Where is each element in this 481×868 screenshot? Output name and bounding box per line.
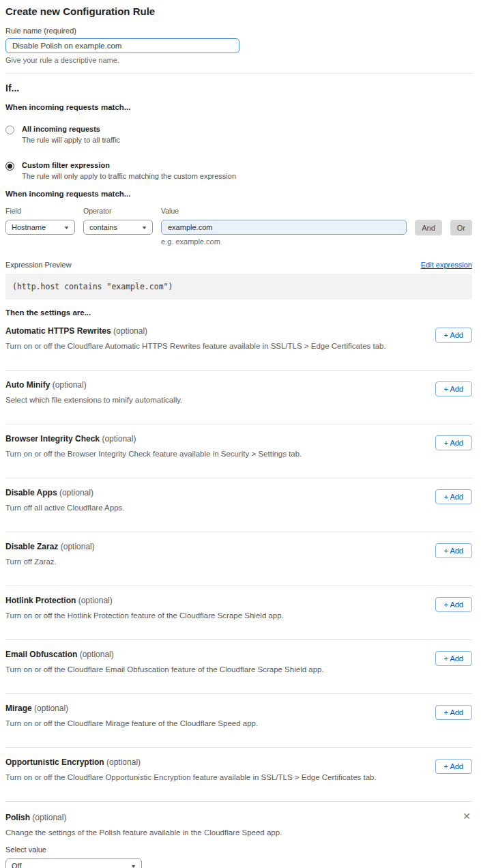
add-button[interactable]: + Add [435, 651, 472, 666]
setting-name: Browser Integrity Check [5, 434, 100, 444]
field-label: Field [5, 207, 75, 215]
optional-tag: (optional) [78, 596, 113, 605]
field-select[interactable]: Hostname ▼ [5, 220, 75, 235]
setting-description: Turn on or off the Hotlink Protection fe… [5, 611, 284, 620]
page-title: Create new Configuration Rule [5, 5, 472, 17]
add-button[interactable]: + Add [435, 597, 472, 612]
radio-option-label: All incoming requests [22, 125, 120, 133]
setting-description: Turn on or off the Cloudflare Mirage fea… [5, 719, 258, 727]
setting-name: Disable Apps [5, 488, 57, 497]
or-button[interactable]: Or [450, 220, 472, 235]
optional-tag: (optional) [80, 650, 114, 659]
setting-name: Mirage [5, 704, 32, 713]
radio-option-label: Custom filter expression [22, 161, 236, 169]
radio-option-description: The rule will apply to all traffic [22, 136, 120, 144]
if-heading: If... [5, 83, 472, 93]
chevron-down-icon: ▼ [130, 864, 136, 868]
expression-preview-code: (http.host contains "example.com") [5, 274, 472, 300]
setting-disable-zaraz: Disable Zaraz (optional) Turn off Zaraz.… [5, 532, 472, 586]
optional-tag: (optional) [61, 542, 95, 551]
setting-browser-integrity-check: Browser Integrity Check (optional) Turn … [5, 424, 472, 478]
setting-description: Turn on or off the Cloudflare Email Obfu… [5, 665, 324, 674]
optional-tag: (optional) [102, 434, 136, 444]
setting-description: Turn off all active Cloudflare Apps. [5, 504, 125, 512]
setting-description: Select which file extensions to minify a… [5, 396, 182, 404]
radio-option-custom-filter[interactable]: Custom filter expression The rule will o… [5, 161, 472, 180]
value-input[interactable] [161, 220, 407, 235]
setting-name: Automatic HTTPS Rewrites [5, 326, 111, 336]
then-settings-heading: Then the settings are... [5, 308, 472, 317]
optional-tag: (optional) [34, 704, 68, 713]
add-button[interactable]: + Add [435, 705, 472, 720]
rule-name-input[interactable] [5, 38, 239, 53]
setting-description: Turn off Zaraz. [5, 558, 95, 566]
setting-mirage: Mirage (optional) Turn on or off the Clo… [5, 694, 472, 748]
select-value-label: Select value [5, 845, 472, 854]
setting-name: Email Obfuscation [5, 650, 77, 659]
polish-value-select[interactable]: Off ▼ [5, 858, 142, 868]
operator-select-value: contains [89, 223, 117, 231]
setting-description: Turn on or off the Cloudflare Opportunis… [5, 773, 377, 781]
setting-auto-minify: Auto Minify (optional) Select which file… [5, 371, 472, 424]
setting-description: Change the settings of the Polish featur… [5, 828, 472, 837]
field-select-value: Hostname [12, 223, 46, 231]
configuration-rule-form: Create new Configuration Rule Rule name … [0, 0, 481, 868]
expression-builder-heading: When incoming requests match... [5, 190, 472, 198]
operator-label: Operator [83, 207, 153, 215]
rule-name-hint: Give your rule a descriptive name. [5, 56, 472, 64]
polish-select-value: Off [12, 862, 21, 868]
add-button[interactable]: + Add [435, 328, 472, 343]
optional-tag: (optional) [53, 380, 87, 390]
radio-option-all-incoming[interactable]: All incoming requests The rule will appl… [5, 125, 472, 144]
chevron-down-icon: ▼ [63, 225, 70, 230]
radio-unselected-icon[interactable] [5, 126, 14, 134]
optional-tag: (optional) [113, 326, 147, 336]
setting-polish-expanded: ✕ Polish (optional) Change the settings … [5, 802, 472, 868]
value-label: Value [161, 207, 407, 215]
add-button[interactable]: + Add [435, 381, 472, 396]
add-button[interactable]: + Add [435, 489, 472, 504]
setting-automatic-https-rewrites: Automatic HTTPS Rewrites (optional) Turn… [5, 317, 472, 371]
rule-name-label: Rule name (required) [5, 27, 472, 35]
add-button[interactable]: + Add [435, 759, 472, 774]
and-button[interactable]: And [415, 220, 442, 235]
operator-select[interactable]: contains ▼ [83, 220, 153, 235]
incoming-match-label: When incoming requests match... [5, 103, 472, 111]
setting-disable-apps: Disable Apps (optional) Turn off all act… [5, 478, 472, 532]
value-hint: e.g. example.com [161, 237, 407, 246]
optional-tag: (optional) [32, 813, 66, 822]
setting-name: Disable Zaraz [5, 542, 58, 551]
radio-option-description: The rule will only apply to traffic matc… [22, 172, 236, 180]
radio-selected-icon[interactable] [5, 162, 14, 171]
expression-preview-header: Expression Preview Edit expression [5, 261, 472, 269]
section-divider [5, 73, 472, 74]
setting-name: Opportunistic Encryption [5, 757, 104, 767]
setting-email-obfuscation: Email Obfuscation (optional) Turn on or … [5, 640, 472, 694]
add-button[interactable]: + Add [435, 435, 472, 450]
setting-name: Polish [5, 813, 30, 822]
add-button[interactable]: + Add [435, 543, 472, 558]
expression-builder-row: Field Hostname ▼ Operator contains ▼ Val… [5, 207, 472, 246]
setting-name: Hotlink Protection [5, 596, 76, 605]
edit-expression-link[interactable]: Edit expression [421, 261, 472, 269]
expression-preview-label: Expression Preview [5, 261, 72, 269]
setting-description: Turn on or off the Cloudflare Automatic … [5, 342, 386, 350]
setting-description: Turn on or off the Browser Integrity Che… [5, 450, 302, 458]
optional-tag: (optional) [59, 488, 93, 497]
setting-hotlink-protection: Hotlink Protection (optional) Turn on or… [5, 586, 472, 640]
setting-opportunistic-encryption: Opportunistic Encryption (optional) Turn… [5, 748, 472, 802]
setting-name: Auto Minify [5, 380, 50, 390]
optional-tag: (optional) [106, 757, 141, 767]
close-icon[interactable]: ✕ [463, 811, 471, 821]
chevron-down-icon: ▼ [141, 225, 147, 230]
